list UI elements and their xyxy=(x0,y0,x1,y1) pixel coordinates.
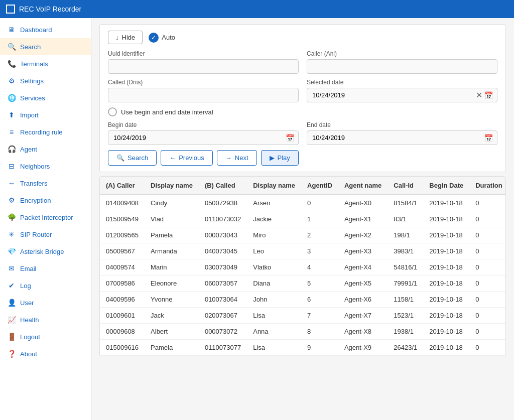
filter-panel: ↓ Hide ✓ Auto Uuid identifier Caller (An… xyxy=(99,24,506,172)
table-cell: 015009616 xyxy=(100,340,145,356)
table-cell: 00009608 xyxy=(100,324,145,340)
sidebar-label-asterisk-bridge: Asterisk Bridge xyxy=(20,248,64,255)
sidebar-item-encryption[interactable]: ⚙ Encryption xyxy=(0,192,91,209)
table-cell: 2019-10-18 xyxy=(423,227,469,243)
called-input[interactable] xyxy=(108,88,299,102)
table-row[interactable]: 014009408Cindy050072938Arsen0Agent-X0815… xyxy=(100,195,506,211)
table-cell: Eleonore xyxy=(145,275,199,292)
table-row[interactable]: 04009596Yvonne010073064John6Agent-X61158… xyxy=(100,292,506,308)
table-cell: 0 xyxy=(469,227,506,243)
table-row[interactable]: 015009549Vlad0110073032Jackie1Agent-X183… xyxy=(100,211,506,227)
sidebar-item-asterisk-bridge[interactable]: 💎 Asterisk Bridge xyxy=(0,243,91,260)
sidebar-item-health[interactable]: 📈 Health xyxy=(0,311,91,328)
table-cell: 198/1 xyxy=(388,227,423,243)
table-cell: 01009601 xyxy=(100,308,145,324)
sidebar-label-transfers: Transfers xyxy=(20,180,47,187)
selected-date-calendar-button[interactable]: 📅 xyxy=(483,90,494,100)
sidebar-icon-email: ✉ xyxy=(7,264,16,273)
next-button[interactable]: → Next xyxy=(217,150,257,166)
table-cell: Jackie xyxy=(247,211,301,227)
sidebar-item-neighbors[interactable]: ⊟ Neighbors xyxy=(0,158,91,175)
sidebar-icon-log: ✔ xyxy=(7,281,16,290)
sidebar-item-services[interactable]: 🌐 Services xyxy=(0,89,91,106)
col-header: AgentID xyxy=(301,177,338,195)
sidebar-item-log[interactable]: ✔ Log xyxy=(0,277,91,294)
table-row[interactable]: 04009574Marin030073049Vlatko4Agent-X4548… xyxy=(100,259,506,275)
table-cell: Agent-X6 xyxy=(338,292,388,308)
end-date-calendar-button[interactable]: 📅 xyxy=(483,133,494,143)
table-cell: 0 xyxy=(469,340,506,356)
sidebar-label-log: Log xyxy=(20,282,31,290)
table-cell: 6 xyxy=(301,292,338,308)
selected-date-clear-button[interactable]: ✕ xyxy=(475,90,483,100)
table-cell: Agent-X2 xyxy=(338,227,388,243)
table-cell: 2019-10-18 xyxy=(423,340,469,356)
sidebar-label-terminals: Terminals xyxy=(20,60,48,68)
sidebar-item-sip-router[interactable]: ✳ SIP Router xyxy=(0,226,91,243)
table-cell: 0 xyxy=(469,195,506,211)
search-icon: 🔍 xyxy=(116,154,124,162)
table-row[interactable]: 015009616Pamela0110073077Lisa9Agent-X926… xyxy=(100,340,506,356)
sidebar-label-encryption: Encryption xyxy=(20,197,51,204)
sidebar-item-logout[interactable]: 🚪 Logout xyxy=(0,328,91,345)
sidebar-item-packet-interceptor[interactable]: 🌳 Packet Interceptor xyxy=(0,209,91,226)
interval-toggle[interactable] xyxy=(108,107,117,116)
table-cell: 030073049 xyxy=(199,259,247,275)
table-row[interactable]: 07009586Eleonore060073057Diana5Agent-X57… xyxy=(100,275,506,292)
hide-button[interactable]: ↓ Hide xyxy=(108,31,143,44)
table-cell: Agent-X9 xyxy=(338,340,388,356)
table-cell: 1158/1 xyxy=(388,292,423,308)
table-cell: 05009567 xyxy=(100,243,145,259)
table-cell: 000073043 xyxy=(199,227,247,243)
sidebar-item-terminals[interactable]: 📞 Terminals xyxy=(0,55,91,72)
sidebar-item-transfers[interactable]: ↔ Transfers xyxy=(0,175,91,192)
table-cell: 050072938 xyxy=(199,195,247,211)
search-button[interactable]: 🔍 Search xyxy=(108,150,157,166)
sidebar-item-import[interactable]: ⬆ Import xyxy=(0,106,91,123)
table-cell: 26423/1 xyxy=(388,340,423,356)
table-row[interactable]: 00009608Albert000073072Anna8Agent-X81938… xyxy=(100,324,506,340)
table-cell: 54816/1 xyxy=(388,259,423,275)
sidebar-icon-search: 🔍 xyxy=(7,42,16,51)
sidebar-label-email: Email xyxy=(20,265,37,272)
sidebar-icon-recording-rule: ≡ xyxy=(7,127,16,136)
table-cell: Vlad xyxy=(145,211,199,227)
table-cell: Pamela xyxy=(145,340,199,356)
interval-label: Use begin and end date interval xyxy=(121,108,213,116)
play-button[interactable]: ▶ Play xyxy=(261,150,299,166)
uuid-input[interactable] xyxy=(108,59,299,74)
table-row[interactable]: 012009565Pamela000073043Miro2Agent-X2198… xyxy=(100,227,506,243)
table-cell: Lisa xyxy=(247,308,301,324)
sidebar-item-agent[interactable]: 🎧 Agent xyxy=(0,141,91,158)
sidebar-item-about[interactable]: ❓ About xyxy=(0,345,91,362)
begin-date-input[interactable] xyxy=(111,131,285,145)
selected-date-input[interactable] xyxy=(310,88,475,102)
results-table: (A) CallerDisplay name(B) CalledDisplay … xyxy=(100,177,506,356)
end-date-input[interactable] xyxy=(310,131,483,145)
sidebar-item-search[interactable]: 🔍 Search xyxy=(0,38,91,55)
previous-button[interactable]: ← Previous xyxy=(161,150,213,166)
table-row[interactable]: 01009601Jack020073067Lisa7Agent-X71523/1… xyxy=(100,308,506,324)
sidebar-item-settings[interactable]: ⚙ Settings xyxy=(0,72,91,89)
app-title: REC VoIP Recorder xyxy=(19,5,81,13)
sidebar-item-recording-rule[interactable]: ≡ Recording rule xyxy=(0,123,91,141)
table-cell: Agent-X0 xyxy=(338,195,388,211)
called-field: Called (Dnis) xyxy=(108,79,299,102)
sidebar-label-user: User xyxy=(20,299,34,307)
table-cell: 7 xyxy=(301,308,338,324)
sidebar-item-dashboard[interactable]: 🖥 Dashboard xyxy=(0,21,91,38)
table-row[interactable]: 05009567Armanda040073045Leo3Agent-X33983… xyxy=(100,243,506,259)
sidebar-label-recording-rule: Recording rule xyxy=(20,128,63,136)
table-cell: 8 xyxy=(301,324,338,340)
sidebar-item-user[interactable]: 👤 User xyxy=(0,294,91,311)
sidebar-label-neighbors: Neighbors xyxy=(20,163,50,170)
begin-date-label: Begin date xyxy=(108,121,299,128)
begin-date-calendar-button[interactable]: 📅 xyxy=(285,133,295,143)
auto-label: Auto xyxy=(162,34,175,41)
table-cell: Jack xyxy=(145,308,199,324)
sidebar-item-email[interactable]: ✉ Email xyxy=(0,260,91,277)
play-icon: ▶ xyxy=(270,154,275,162)
caller-input[interactable] xyxy=(307,59,497,74)
sidebar-label-import: Import xyxy=(20,111,39,119)
auto-check-icon: ✓ xyxy=(149,33,159,43)
